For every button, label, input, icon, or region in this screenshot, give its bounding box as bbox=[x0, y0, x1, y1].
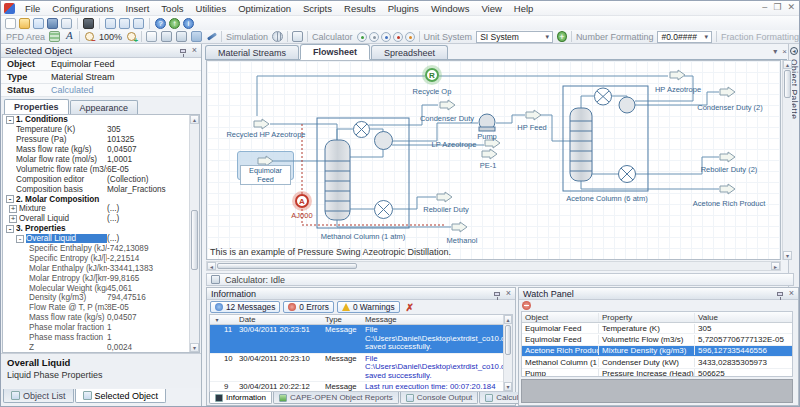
property-grid-scrollbar[interactable]: ▴ ▾ bbox=[189, 115, 199, 352]
message-row[interactable]: 11 30/04/2011 20:23:51 Message File C:\U… bbox=[210, 325, 503, 354]
zoom-in-icon[interactable] bbox=[126, 31, 137, 42]
close-icon[interactable]: × bbox=[789, 289, 794, 298]
property-row[interactable]: Mixture (...) bbox=[3, 204, 189, 214]
duplicate-icon[interactable] bbox=[61, 18, 72, 29]
screenshot-icon[interactable] bbox=[83, 18, 94, 29]
equimolar-feed-label[interactable]: Equimolar Feed bbox=[240, 165, 291, 185]
menu-item[interactable]: File bbox=[19, 2, 46, 15]
property-row[interactable]: 3. Properties bbox=[3, 224, 189, 234]
toolbar-separator[interactable] bbox=[149, 18, 150, 29]
pin-icon[interactable] bbox=[494, 292, 500, 296]
information-bottom-tab[interactable]: CAPE-OPEN Object Reports bbox=[273, 392, 399, 404]
chevron-down-icon[interactable]: ▾ bbox=[773, 47, 777, 56]
document-tab[interactable]: Material Streams bbox=[205, 45, 299, 59]
expander-icon[interactable] bbox=[9, 205, 17, 213]
property-row[interactable]: Flow Rate @ T, P (m3/s) 8E-05 bbox=[3, 303, 189, 313]
property-row[interactable]: Composition editor (Collection) bbox=[3, 174, 189, 184]
property-row[interactable]: Pressure (Pa) 101325 bbox=[3, 135, 189, 145]
information-bottom-tab[interactable]: Information bbox=[209, 392, 272, 404]
scroll-down-icon[interactable]: ▾ bbox=[504, 382, 512, 391]
expander-icon[interactable] bbox=[6, 225, 14, 233]
left-bottom-tab[interactable]: Object List bbox=[3, 389, 74, 403]
zoom-level[interactable]: 100% bbox=[99, 32, 122, 42]
update-icon[interactable] bbox=[169, 18, 180, 29]
acetone-column-label[interactable]: Acetone Column (6 atm) bbox=[561, 194, 653, 203]
flowsheet-canvas[interactable]: R A Equimolar Feed Recycle Op Recycled H… bbox=[206, 60, 781, 260]
menu-item[interactable]: Results bbox=[338, 2, 382, 15]
zoom-out-icon[interactable] bbox=[84, 31, 95, 42]
expander-icon[interactable] bbox=[6, 116, 14, 124]
open-file-icon[interactable] bbox=[19, 18, 30, 29]
adjust-node[interactable]: A bbox=[295, 194, 309, 208]
watch-row[interactable]: Pump Pressure Increase (Head) (Pa) 50662… bbox=[522, 369, 792, 377]
close-icon[interactable]: × bbox=[782, 47, 787, 56]
menu-item[interactable]: Insert bbox=[120, 2, 156, 15]
recycle-op-node[interactable]: R bbox=[425, 68, 439, 82]
menu-item[interactable]: Plugins bbox=[382, 2, 425, 15]
panel-icon[interactable] bbox=[191, 31, 202, 42]
property-row[interactable]: 1. Conditions bbox=[3, 115, 189, 125]
menu-item[interactable]: View bbox=[475, 2, 507, 15]
canvas-vertical-scrollbar[interactable]: ▴ ▾ bbox=[782, 60, 792, 260]
warnings-filter-button[interactable]: 0 Warnings bbox=[337, 301, 400, 313]
menu-item[interactable]: Utilities bbox=[190, 2, 233, 15]
copy-page-icon[interactable] bbox=[146, 31, 157, 42]
calc-deactivate-icon[interactable] bbox=[369, 32, 379, 42]
restore-button[interactable]: ❐ bbox=[773, 2, 781, 12]
copy-icon[interactable] bbox=[33, 18, 44, 29]
property-row[interactable]: Molar flow rate (mol/s) 1,0001 bbox=[3, 155, 189, 165]
message-row[interactable]: 9 30/04/2011 20:22:12 Message Last run e… bbox=[210, 382, 503, 391]
add-unit-system-icon[interactable] bbox=[557, 31, 567, 42]
watch-row[interactable]: Equimolar Feed Temperature (K) 305 bbox=[522, 323, 792, 334]
sort-icon[interactable]: ▾ bbox=[210, 316, 224, 323]
property-row[interactable]: Overall Liquid (...) bbox=[3, 234, 189, 244]
property-row[interactable]: Phase mass fraction 1 bbox=[3, 333, 189, 343]
property-row[interactable]: 2. Molar Composition bbox=[3, 194, 189, 204]
calc-recalc-icon[interactable] bbox=[405, 32, 415, 42]
property-row[interactable]: Phase molar fraction 1 bbox=[3, 323, 189, 333]
new-file-icon[interactable] bbox=[5, 18, 16, 29]
recycled-hp-azeotrope-label[interactable]: Recycled HP Azeotrope bbox=[215, 130, 317, 139]
methanol-label[interactable]: Methanol bbox=[441, 236, 483, 245]
flowsheet-config-icon[interactable] bbox=[292, 31, 303, 42]
property-row[interactable]: Specific Enthalpy (kJ/kg) -742,13089 bbox=[3, 244, 189, 254]
expander-icon[interactable] bbox=[6, 195, 14, 203]
property-row[interactable]: Overall Liquid (...) bbox=[3, 214, 189, 224]
menu-item[interactable]: Windows bbox=[425, 2, 476, 15]
lp-azeotrope-label[interactable]: LP Azeotrope bbox=[429, 140, 479, 149]
left-bottom-tab[interactable]: Selected Object bbox=[75, 389, 167, 403]
property-row[interactable]: Specific Entropy (kJ/[kg.K] -2,21514 bbox=[3, 253, 189, 263]
watch-row[interactable]: Methanol Column (1 atm) Condenser Duty (… bbox=[522, 357, 792, 368]
property-row[interactable]: Mass flow rate (kg/s) 0,04507 bbox=[3, 145, 189, 155]
scroll-up-icon[interactable]: ▴ bbox=[783, 60, 792, 69]
condenser-duty-label[interactable]: Condenser Duty bbox=[415, 114, 479, 123]
close-icon[interactable]: × bbox=[506, 289, 511, 298]
watch-table-header[interactable]: Object Property Value bbox=[522, 312, 792, 323]
pin-icon[interactable] bbox=[777, 292, 783, 296]
scroll-left-icon[interactable]: ◂ bbox=[207, 262, 216, 270]
tile-vertical-icon[interactable] bbox=[133, 18, 144, 29]
adjust-label[interactable]: AJ000 bbox=[285, 211, 319, 220]
properties-tab[interactable]: Properties bbox=[4, 99, 69, 114]
about-icon[interactable] bbox=[183, 18, 194, 29]
hp-azeotrope-label[interactable]: HP Azeotrope bbox=[649, 85, 707, 94]
property-row[interactable]: Mass flow rate (kg/s) 0,04507 bbox=[3, 313, 189, 323]
reboiler-duty-label[interactable]: Reboiler Duty bbox=[417, 205, 475, 214]
font-icon[interactable] bbox=[64, 31, 75, 42]
print-icon[interactable] bbox=[161, 31, 172, 42]
auto-hide-icon[interactable]: ◂ bbox=[790, 47, 798, 55]
scroll-up-icon[interactable]: ▴ bbox=[504, 315, 512, 324]
property-row[interactable]: Molar Entropy (kJ/[kmol.K] -99,8165 bbox=[3, 273, 189, 283]
print-preview-icon[interactable] bbox=[176, 31, 187, 42]
pfd-grid-icon[interactable] bbox=[49, 31, 60, 42]
property-row[interactable]: Temperature (K) 305 bbox=[3, 125, 189, 135]
property-row[interactable]: Composition basis Molar_Fractions bbox=[3, 184, 189, 194]
document-tab[interactable]: Flowsheet bbox=[300, 44, 370, 60]
expander-icon[interactable] bbox=[9, 215, 17, 223]
save-icon[interactable] bbox=[47, 18, 58, 29]
menu-item[interactable]: Optimization bbox=[232, 2, 297, 15]
menu-item[interactable]: Help bbox=[508, 2, 540, 15]
reboiler-duty2-label[interactable]: Reboiler Duty (2) bbox=[695, 165, 763, 174]
errors-filter-button[interactable]: 0 Errors bbox=[283, 301, 334, 313]
toolbar-separator[interactable] bbox=[99, 18, 100, 29]
